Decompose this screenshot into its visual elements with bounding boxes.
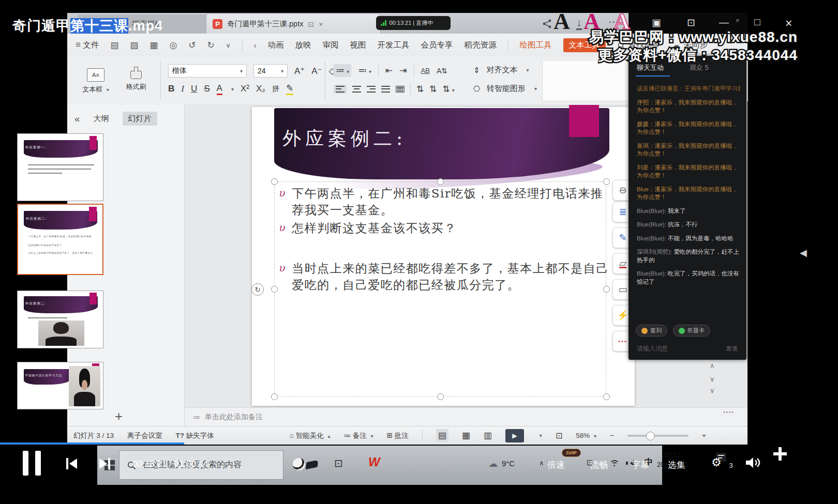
menu-slideshow[interactable]: 放映 bbox=[295, 40, 311, 51]
slide-thumbnail-2[interactable]: 外应案例一: bbox=[17, 133, 103, 201]
view-normal-icon[interactable]: ▤ bbox=[436, 429, 448, 442]
export-icon[interactable]: ▨ bbox=[130, 40, 138, 51]
task-view-icon[interactable]: ⊡ bbox=[334, 457, 343, 469]
scroll-up-icon[interactable]: ∧ bbox=[710, 362, 715, 370]
bold-button[interactable]: B bbox=[168, 84, 174, 94]
answer-card-button[interactable]: 答题卡 bbox=[673, 325, 710, 337]
add-slide-button[interactable]: + bbox=[115, 408, 123, 424]
resize-handle[interactable] bbox=[271, 393, 278, 400]
next-button[interactable] bbox=[99, 458, 110, 469]
align-center-icon[interactable] bbox=[352, 86, 361, 93]
sign-in-button[interactable]: 签到 bbox=[636, 325, 667, 337]
slideshow-play-button[interactable]: ▶ bbox=[505, 429, 524, 442]
fit-slide-icon[interactable]: ⊡ bbox=[556, 431, 562, 440]
menu-devtools[interactable]: 开发工具 bbox=[378, 40, 410, 51]
tab-current-pptx[interactable]: P 奇门遁甲第十三课.pptx ⊡ × bbox=[206, 13, 381, 34]
resize-handle[interactable] bbox=[271, 178, 278, 185]
resize-handle[interactable] bbox=[603, 393, 610, 400]
phonetic-guide-button[interactable]: 拼 bbox=[272, 84, 279, 94]
comment-button[interactable]: ⊞ 批注 bbox=[387, 431, 409, 440]
monitor-icon[interactable]: ⊡ bbox=[687, 17, 695, 28]
para-spacing-button[interactable]: ⇅ bbox=[429, 84, 437, 95]
scroll-tabs-left-icon[interactable]: ‹ bbox=[254, 41, 257, 50]
episodes-button[interactable]: 选集 bbox=[668, 459, 685, 471]
format-painter-button[interactable]: 格式刷 bbox=[119, 61, 153, 101]
close-small-icon[interactable]: × bbox=[736, 17, 740, 24]
tab-slides[interactable]: 幻灯片 bbox=[123, 112, 157, 126]
resize-handle[interactable] bbox=[437, 393, 444, 400]
chat-input[interactable]: 请输入消息 bbox=[637, 344, 668, 353]
grow-font-button[interactable]: A⁺ bbox=[294, 66, 305, 77]
menu-membership[interactable]: 会员专享 bbox=[421, 40, 453, 51]
tab-outline[interactable]: 大纲 bbox=[94, 114, 109, 124]
rotate-handle[interactable]: ↻ bbox=[251, 283, 264, 296]
font-color-dropdown-icon[interactable]: ▾ bbox=[231, 86, 234, 92]
zoom-level[interactable]: 58% ▾ bbox=[576, 432, 596, 439]
chat-message-list[interactable]: 该直播已联播至：壬寅年奇门遁甲学习群 序熙：潘家乐，我来围观你的直播啦，为你点赞… bbox=[637, 85, 740, 292]
bullets-button[interactable]: ≔▾ bbox=[334, 64, 351, 77]
menu-templates[interactable]: 稻壳资源 bbox=[465, 40, 497, 51]
zoom-out-button[interactable]: − bbox=[610, 432, 614, 439]
side-panel-toggle-icon[interactable]: ◀ bbox=[800, 247, 807, 258]
video-progress-bar[interactable] bbox=[0, 442, 184, 445]
char-spacing-button[interactable]: AB bbox=[421, 67, 430, 74]
zoom-slider-handle[interactable] bbox=[646, 432, 655, 440]
send-button[interactable]: 发送 bbox=[726, 344, 738, 353]
download-icon[interactable]: ↓ bbox=[576, 17, 582, 30]
notes-resize-dots[interactable]: •••• bbox=[723, 409, 735, 415]
cast-screen-icon[interactable]: ▣ bbox=[652, 17, 661, 28]
save-icon[interactable]: ▤ bbox=[110, 40, 118, 51]
slide-title[interactable]: 外应案例二: bbox=[282, 126, 407, 151]
close-tab-icon[interactable]: × bbox=[319, 20, 323, 28]
previous-button[interactable] bbox=[66, 458, 77, 469]
scroll-down-icon[interactable]: ∨ bbox=[710, 387, 715, 394]
slide-accent-rect[interactable] bbox=[569, 105, 599, 137]
strikethrough-button[interactable]: S bbox=[204, 84, 210, 94]
justify-icon[interactable] bbox=[381, 86, 390, 93]
maximize-icon[interactable]: □ bbox=[754, 17, 760, 28]
menu-animation[interactable]: 动画 bbox=[268, 40, 284, 51]
present-icon[interactable]: ⊡ bbox=[308, 20, 314, 28]
pause-button[interactable] bbox=[23, 451, 41, 476]
meeting-room-label[interactable]: 离子会议室 bbox=[127, 431, 162, 440]
align-text-button[interactable]: ⇕ 对齐文本▾ bbox=[473, 65, 529, 75]
resize-handle[interactable] bbox=[603, 178, 610, 185]
tray-expand-icon[interactable]: ∧ bbox=[539, 459, 544, 467]
menu-view[interactable]: 视图 bbox=[350, 40, 366, 51]
superscript-button[interactable]: X² bbox=[241, 84, 249, 94]
highlight-button[interactable]: ✎ bbox=[286, 83, 293, 95]
print-icon[interactable]: ▦ bbox=[149, 40, 158, 51]
font-size-select[interactable]: 24▾ bbox=[253, 64, 288, 78]
align-left-icon[interactable] bbox=[334, 85, 347, 94]
zoom-in-button[interactable]: + bbox=[702, 432, 706, 439]
volume-button[interactable] bbox=[745, 456, 760, 471]
wifi-icon[interactable] bbox=[609, 460, 619, 467]
shrink-font-button[interactable]: A⁻ bbox=[311, 66, 322, 77]
minimize-icon[interactable]: — bbox=[719, 17, 729, 28]
text-direction-button[interactable]: A⇅ bbox=[437, 67, 447, 75]
missing-font-warning[interactable]: T? 缺失字体 bbox=[176, 431, 214, 440]
menu-draw-tools[interactable]: 绘图工具 bbox=[520, 40, 552, 51]
settings-gear-icon[interactable]: ⚙ bbox=[711, 456, 722, 469]
resize-handle[interactable] bbox=[271, 286, 278, 293]
textbox-button[interactable]: A≡ 文本框 ▾ bbox=[79, 61, 113, 101]
spacing-options-button[interactable]: ⇅▾ bbox=[443, 84, 455, 95]
zoom-slider[interactable] bbox=[627, 435, 689, 437]
slide-thumbnail-5[interactable]: 中国最不流行的学习方法 bbox=[17, 362, 103, 409]
quality-button[interactable]: 流畅 bbox=[590, 459, 608, 471]
chat-tab-interaction[interactable]: 聊天互动 bbox=[637, 63, 664, 72]
view-sorter-icon[interactable]: ▦ bbox=[462, 430, 470, 441]
underline-button[interactable]: U bbox=[191, 84, 197, 94]
slide-thumbnail-4[interactable]: 外应案例三: bbox=[17, 291, 103, 348]
redo-icon[interactable]: ↻ bbox=[207, 40, 215, 51]
share-icon[interactable] bbox=[542, 19, 552, 32]
subscript-button[interactable]: X₂ bbox=[256, 84, 265, 94]
smart-graphic-button[interactable]: ⎔ 转智能图形▾ bbox=[473, 84, 537, 94]
print-preview-icon[interactable]: ◎ bbox=[169, 40, 177, 51]
notes-toggle-button[interactable]: ≔ 备注 ▾ bbox=[344, 431, 373, 440]
notes-bar[interactable]: ≔ 单击此处添加备注 bbox=[185, 407, 747, 426]
collapse-panel-icon[interactable]: « bbox=[74, 113, 80, 125]
scroll-down-icon[interactable]: ∨ bbox=[710, 375, 715, 383]
collapse-ribbon-icon[interactable]: ∨ bbox=[226, 42, 231, 49]
view-reading-icon[interactable]: ▥ bbox=[484, 430, 492, 441]
